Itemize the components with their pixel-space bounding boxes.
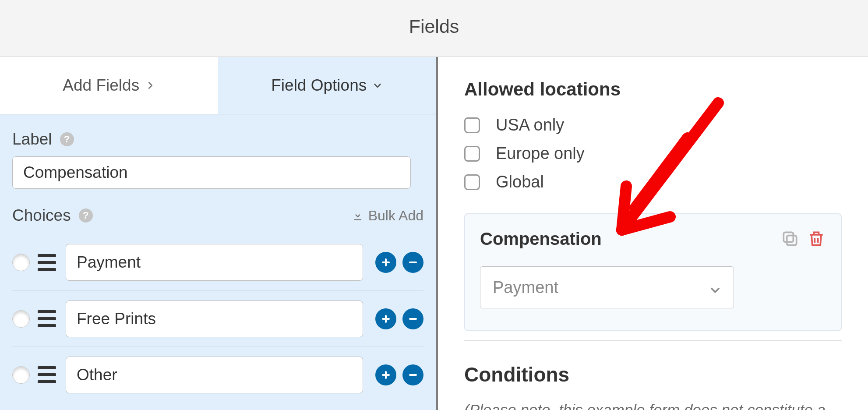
drag-handle-icon[interactable] <box>38 366 56 383</box>
bulk-add-button[interactable]: Bulk Add <box>352 208 423 224</box>
download-icon <box>352 209 364 222</box>
drag-handle-icon[interactable] <box>38 310 56 327</box>
page-title: Fields <box>0 16 868 37</box>
default-radio[interactable] <box>12 254 30 271</box>
help-icon[interactable]: ? <box>60 132 74 146</box>
svg-rect-10 <box>783 232 793 242</box>
default-radio[interactable] <box>12 310 30 328</box>
divider <box>464 340 842 341</box>
editor-tabs: Add Fields Field Options <box>0 57 436 114</box>
choices-header: Choices ? Bulk Add <box>12 206 423 225</box>
choice-row <box>12 346 423 403</box>
page-header: Fields <box>0 0 868 57</box>
choices-heading: Choices <box>12 206 71 225</box>
tab-add-fields[interactable]: Add Fields <box>0 57 218 114</box>
list-item: Europe only <box>464 144 842 163</box>
remove-choice-button[interactable] <box>402 252 423 273</box>
field-card-title: Compensation <box>480 229 602 249</box>
checkbox-global[interactable] <box>464 174 480 190</box>
choice-input[interactable] <box>66 357 363 393</box>
tab-field-options[interactable]: Field Options <box>218 57 436 114</box>
remove-choice-button[interactable] <box>402 364 423 385</box>
checkbox-europe-only[interactable] <box>464 146 480 162</box>
add-choice-button[interactable] <box>375 252 396 273</box>
label-heading: Label <box>12 130 52 148</box>
field-card-compensation[interactable]: Compensation Payment <box>464 213 842 331</box>
add-choice-button[interactable] <box>375 308 396 329</box>
allowed-locations-heading: Allowed locations <box>464 79 842 100</box>
choice-input[interactable] <box>66 244 363 281</box>
compensation-select[interactable]: Payment <box>480 266 734 308</box>
choice-input[interactable] <box>66 300 363 337</box>
main-layout: Add Fields Field Options Label ? Choic <box>0 57 868 410</box>
chevron-down-icon <box>373 81 382 90</box>
checkbox-usa-only[interactable] <box>464 117 480 133</box>
list-item: Global <box>464 173 842 191</box>
default-radio[interactable] <box>12 366 30 384</box>
form-preview-pane: Allowed locations USA only Europe only G… <box>438 57 868 410</box>
label-row: Label ? <box>12 130 423 148</box>
chevron-down-icon <box>709 281 721 293</box>
conditions-note: (Please note, this example form does not… <box>464 399 842 410</box>
tab-add-fields-label: Add Fields <box>63 76 139 95</box>
duplicate-icon[interactable] <box>780 229 800 248</box>
choice-row <box>12 234 423 290</box>
chevron-right-icon <box>145 81 155 90</box>
checkbox-label: Europe only <box>496 144 585 163</box>
add-choice-button[interactable] <box>375 364 396 385</box>
remove-choice-button[interactable] <box>402 308 423 329</box>
allowed-locations-list: USA only Europe only Global <box>464 116 842 191</box>
choice-row <box>12 290 423 346</box>
drag-handle-icon[interactable] <box>38 254 56 271</box>
field-editor-pane: Add Fields Field Options Label ? Choic <box>0 57 438 410</box>
trash-icon[interactable] <box>807 229 826 248</box>
help-icon[interactable]: ? <box>79 209 93 223</box>
list-item: USA only <box>464 116 842 134</box>
bulk-add-label: Bulk Add <box>368 208 423 224</box>
field-options-section: Label ? Choices ? Bulk Add <box>0 114 436 403</box>
svg-rect-9 <box>787 236 797 245</box>
label-input[interactable] <box>12 156 411 189</box>
checkbox-label: USA only <box>496 116 564 134</box>
checkbox-label: Global <box>496 173 544 191</box>
conditions-heading: Conditions <box>464 363 842 386</box>
select-value: Payment <box>493 278 558 297</box>
tab-field-options-label: Field Options <box>271 76 367 95</box>
choices-list <box>12 234 423 403</box>
